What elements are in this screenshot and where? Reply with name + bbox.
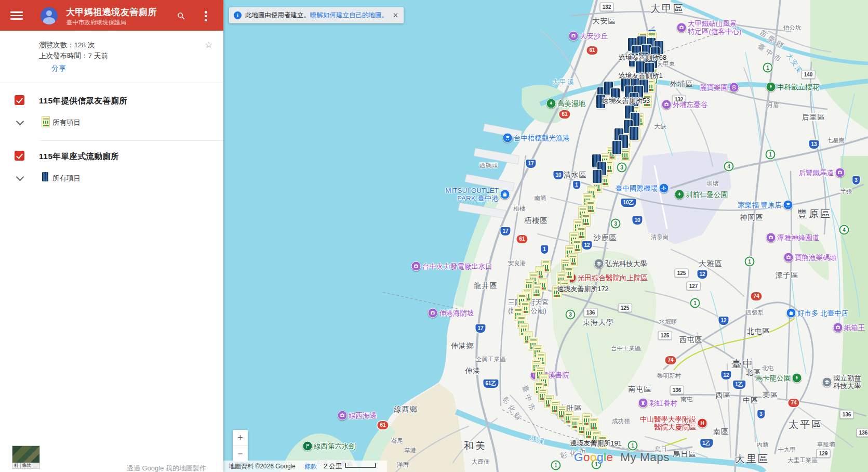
satellite-toggle[interactable]: 料 條款 xyxy=(12,445,40,469)
poi-label[interactable]: 高美濕地 xyxy=(557,100,585,108)
poi-bag-icon[interactable] xyxy=(500,190,510,200)
poi-cart-icon[interactable] xyxy=(783,200,793,210)
poi-label[interactable]: 馬卡龍公園 xyxy=(756,374,791,382)
road-shield: 74 xyxy=(751,292,762,300)
poi-label[interactable]: 光田綜合醫院向上院區 xyxy=(578,274,648,282)
poi-camera-icon[interactable] xyxy=(766,233,776,243)
poi-label[interactable]: 弘光科技大學 xyxy=(605,260,647,268)
poi-label[interactable]: 外埔忘憂谷 xyxy=(673,101,708,109)
mini-terms[interactable]: 條款 xyxy=(21,463,33,468)
road-shield: 136 xyxy=(840,410,854,419)
poi-label[interactable]: 寶熊漁樂碼頭 xyxy=(795,254,837,261)
map-label: 大里工業區 xyxy=(787,456,818,464)
toilet-marker[interactable] xyxy=(630,127,638,140)
star-icon[interactable]: ☆ xyxy=(205,40,212,50)
search-icon[interactable] xyxy=(177,11,186,21)
road-shield: 1乙 xyxy=(733,381,745,389)
poi-camera-icon[interactable] xyxy=(662,100,672,110)
road-shield: 125 xyxy=(675,269,689,278)
poi-label[interactable]: 好市多 北臺中店 xyxy=(797,309,848,317)
poi-cart-icon[interactable] xyxy=(503,133,513,143)
poi-tree-icon[interactable] xyxy=(675,190,685,200)
map-label: 龍井區 xyxy=(474,281,498,291)
poi-school-icon[interactable] xyxy=(594,259,604,269)
toilet-marker[interactable] xyxy=(612,141,621,154)
poi-plane-icon[interactable] xyxy=(659,183,669,193)
poi-camera-icon[interactable] xyxy=(835,168,845,178)
poi-castle-icon[interactable] xyxy=(638,398,648,408)
poi-camera-icon[interactable] xyxy=(833,323,843,333)
layer1-all-items[interactable]: 所有項目 xyxy=(52,118,81,127)
poi-label[interactable]: 彩虹眷村 xyxy=(649,399,677,407)
poi-label[interactable]: 大安沙丘 xyxy=(580,32,608,40)
layer1-poster-icon xyxy=(42,116,50,127)
poi-label[interactable]: 線西海邊 xyxy=(349,412,377,419)
poi-label[interactable]: 紙箱王 xyxy=(844,324,865,332)
poi-camera-icon[interactable] xyxy=(428,308,438,318)
toilet-poster-marker[interactable] xyxy=(621,148,630,161)
close-icon[interactable]: ✕ xyxy=(393,12,398,19)
map-title[interactable]: 大甲媽祖遶境友善廁所 xyxy=(66,6,157,18)
map-label: 西碼頭 xyxy=(480,162,498,169)
terms-link[interactable]: 條款 xyxy=(304,462,317,471)
poi-label[interactable]: 中山醫學大學附設 醫院大慶院區 xyxy=(640,415,696,431)
made-with-google: 透過 Google 我的地圖製作 xyxy=(127,464,206,472)
poi-label[interactable]: 麗寶樂園 xyxy=(700,84,728,91)
toilet-poster-marker[interactable] xyxy=(589,418,598,431)
chevron-down-icon[interactable] xyxy=(16,173,24,181)
poi-label[interactable]: MITSUI OUTLET PARK 臺中港 xyxy=(445,187,499,202)
chevron-down-icon[interactable] xyxy=(16,117,24,126)
poi-camera-icon[interactable] xyxy=(411,261,421,271)
poi-hosp-icon[interactable]: H xyxy=(698,418,707,428)
zoom-in-button[interactable]: + xyxy=(233,430,248,446)
zoom-out-button[interactable]: − xyxy=(233,446,248,462)
layer2-toilet-icon xyxy=(42,172,48,181)
poi-label[interactable]: 圳前仁愛公園 xyxy=(686,191,728,199)
poi-label[interactable]: 國立勤益 科技大學 xyxy=(833,374,861,390)
poi-ferris-icon[interactable] xyxy=(729,83,739,93)
menu-icon[interactable] xyxy=(10,11,23,20)
poi-label[interactable]: 大甲鐵砧山風景 特定區(遊客中心) xyxy=(688,20,742,35)
road-shield: 61 xyxy=(559,110,570,119)
poi-label[interactable]: 后豐鐵馬道 xyxy=(799,169,834,177)
poi-label[interactable]: 台中梧棲觀光漁港 xyxy=(514,134,570,142)
poi-label[interactable]: 台中火力發電廠出水口 xyxy=(422,263,492,270)
mini-attr[interactable]: 料 xyxy=(12,463,21,468)
poi-camera-icon[interactable] xyxy=(677,23,687,33)
poi-camera-icon[interactable] xyxy=(338,411,348,421)
banner-learn-link[interactable]: 瞭解如何建立自己的地圖。 xyxy=(310,11,388,20)
poi-flag-icon[interactable] xyxy=(303,441,313,451)
map-label: 圳堵 xyxy=(707,180,719,188)
more-options-icon[interactable] xyxy=(205,11,208,21)
scale-bar xyxy=(345,463,376,468)
user-map-banner: i 此地圖由使用者建立。 瞭解如何建立自己的地圖。 ✕ xyxy=(229,7,404,23)
layer2-checkbox[interactable] xyxy=(15,151,24,161)
toilet-marker[interactable] xyxy=(593,170,602,183)
share-button[interactable]: 分享 xyxy=(51,64,66,73)
poi-camera-icon[interactable] xyxy=(784,253,794,263)
map-label: 車籠埔 xyxy=(817,441,835,449)
poi-label[interactable]: 中科崴立櫻花 xyxy=(777,83,819,91)
avatar[interactable] xyxy=(41,7,58,24)
layer2-all-items[interactable]: 所有項目 xyxy=(52,174,81,183)
layer1-checkbox[interactable] xyxy=(15,95,24,105)
poi-label[interactable]: 臺中國際機場 xyxy=(616,185,658,192)
poi-bag-icon[interactable] xyxy=(786,308,796,318)
poi-tree-icon[interactable] xyxy=(792,373,802,383)
map-label: 全興工業區 xyxy=(476,356,506,363)
banner-text: 此地圖由使用者建立。 xyxy=(245,11,310,20)
poi-label[interactable]: 線西第六水劍 xyxy=(314,442,356,450)
poi-school-icon[interactable] xyxy=(822,377,832,387)
poi-label[interactable]: 家樂福 豐原店 xyxy=(738,201,782,209)
poi-tree-icon[interactable] xyxy=(766,82,776,92)
poi-camera-icon[interactable] xyxy=(569,31,579,41)
poi-label[interactable]: 潭雅神綠園道 xyxy=(777,234,819,242)
layer2-title[interactable]: 115年單座式流動廁所 xyxy=(39,151,119,162)
poi-label[interactable]: 伸港海防坡 xyxy=(439,309,474,317)
road-shield: 61 xyxy=(377,421,388,429)
layer1-title[interactable]: 115年提供信眾友善廁所 xyxy=(39,96,128,107)
map-label: 大甲溪 xyxy=(552,78,575,87)
poi-tree-icon[interactable] xyxy=(546,99,556,109)
map-label: 沙鹿區 xyxy=(594,233,617,243)
road-shield: 125 xyxy=(658,331,672,340)
